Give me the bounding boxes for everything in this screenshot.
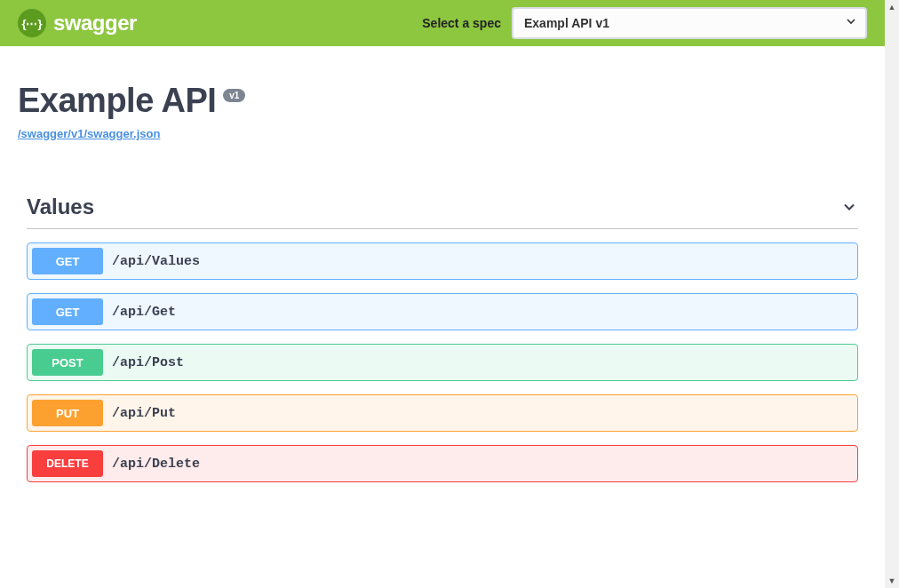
- spec-select-label: Select a spec: [422, 16, 501, 30]
- operation-delete-4[interactable]: DELETE/api/Delete: [27, 445, 858, 482]
- operation-get-1[interactable]: GET/api/Get: [27, 293, 858, 330]
- swagger-logo[interactable]: {⋯} swagger: [18, 9, 137, 37]
- method-badge: DELETE: [32, 450, 103, 477]
- operation-get-0[interactable]: GET/api/Values: [27, 242, 858, 280]
- scroll-down-icon[interactable]: ▼: [885, 574, 899, 588]
- operation-path: /api/Values: [112, 254, 200, 269]
- section-title: Values: [27, 195, 94, 219]
- method-badge: POST: [32, 349, 103, 376]
- topbar: {⋯} swagger Select a spec Exampl API v1: [0, 0, 885, 46]
- swagger-json-link[interactable]: /swagger/v1/swagger.json: [18, 127, 160, 140]
- scrollbar[interactable]: ▲ ▼: [885, 0, 899, 588]
- operation-path: /api/Get: [112, 305, 176, 320]
- operation-put-3[interactable]: PUT/api/Put: [27, 394, 858, 432]
- operation-path: /api/Delete: [112, 457, 200, 472]
- swagger-logo-text: swagger: [53, 11, 137, 36]
- method-badge: PUT: [32, 400, 103, 426]
- operation-post-2[interactable]: POST/api/Post: [27, 344, 858, 381]
- method-badge: GET: [32, 298, 103, 325]
- spec-select[interactable]: Exampl API v1: [512, 7, 867, 39]
- section-header-values[interactable]: Values: [27, 195, 858, 229]
- method-badge: GET: [32, 248, 103, 274]
- chevron-down-icon: [840, 198, 858, 216]
- operation-path: /api/Post: [112, 355, 184, 370]
- swagger-icon: {⋯}: [18, 9, 46, 37]
- operation-path: /api/Put: [112, 406, 176, 421]
- api-title: Example API: [18, 82, 216, 120]
- version-badge: v1: [223, 89, 245, 102]
- scroll-up-icon[interactable]: ▲: [885, 0, 899, 14]
